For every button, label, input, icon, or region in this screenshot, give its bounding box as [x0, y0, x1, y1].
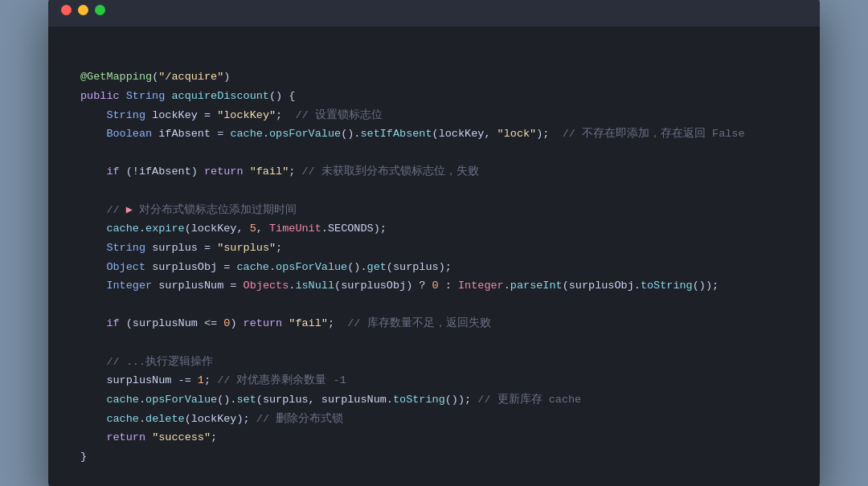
code-line-22: } [80, 447, 788, 467]
code-line-17: // ...执行逻辑操作 [80, 353, 788, 372]
code-line-18: surplusNum -= 1; // 对优惠券剩余数量 -1 [80, 371, 788, 390]
code-line-12: Object surplusObj = cache.opsForValue().… [80, 258, 788, 277]
code-line-3: public String acquireDiscount() { [80, 87, 788, 106]
code-line-4: String lockKey = "lockKey"; // 设置锁标志位 [80, 106, 788, 125]
code-line-8 [80, 182, 788, 201]
code-line-19: cache.opsForValue().set(surplus, surplus… [80, 390, 788, 410]
code-line-9: // ▶ 对分布式锁标志位添加过期时间 [80, 201, 788, 220]
code-line-6 [80, 144, 788, 163]
code-line-21: return "success"; [80, 428, 788, 447]
code-line-11: String surplus = "surplus"; [80, 239, 788, 258]
maximize-button[interactable] [95, 5, 105, 15]
code-line-10: cache.expire(lockKey, 5, TimeUnit.SECOND… [80, 219, 788, 239]
code-line-20: cache.delete(lockKey); // 删除分布式锁 [80, 410, 788, 429]
code-window: @GetMapping("/acquire") public String ac… [48, 0, 820, 486]
minimize-button[interactable] [78, 5, 88, 15]
code-line-5: Boolean ifAbsent = cache.opsForValue().s… [80, 125, 788, 144]
code-line-14 [80, 296, 788, 315]
titlebar [48, 0, 820, 27]
close-button[interactable] [61, 5, 72, 15]
code-editor: @GetMapping("/acquire") public String ac… [48, 27, 820, 486]
code-line-16 [80, 333, 788, 353]
code-line-2: @GetMapping("/acquire") [80, 67, 788, 87]
code-line-7: if (!ifAbsent) return "fail"; // 未获取到分布式… [80, 162, 788, 182]
code-line-1 [80, 49, 788, 68]
code-line-13: Integer surplusNum = Objects.isNull(surp… [80, 276, 788, 296]
code-line-15: if (surplusNum <= 0) return "fail"; // 库… [80, 314, 788, 333]
